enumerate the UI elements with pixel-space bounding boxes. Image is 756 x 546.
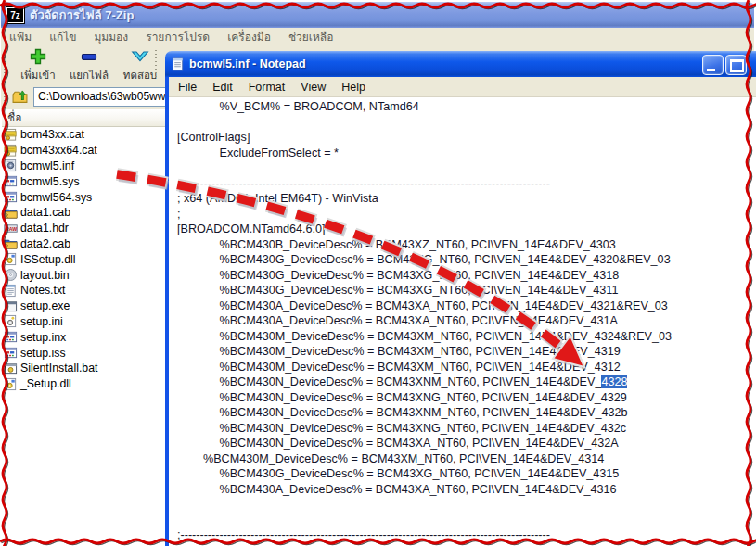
sevenzip-menu-item[interactable]: เครื่องมือ [227,28,271,45]
line-text: ;---------------------------------------… [177,177,550,190]
line-text: %BCM430G_DeviceDesc% = BCM43XG_NT60, PCI… [177,269,619,282]
sevenzip-menubar: แฟ้มแก้ไขมุมมองรายการโปรดเครื่องมือช่วยเ… [1,28,754,45]
folder-up-button[interactable] [8,87,31,107]
notepad-client-area: FileEditFormatViewHelp %V_BCM% = BROADCO… [165,77,756,546]
line-text: ;---------------------------------------… [177,528,550,541]
notepad-menubar: FileEditFormatViewHelp [169,77,756,97]
file-name: SilentInstall.bat [20,362,97,375]
line-text: [ControlFlags] [177,131,250,144]
text-line: %BCM430N_DeviceDesc% = BCM43XA_NT60, PCI… [177,436,756,451]
file-name: bcmwl564.sys [20,191,92,204]
file-type-icon [4,222,18,235]
text-line: ExcludeFromSelect = * [177,146,756,161]
file-name: setup.inx [20,331,66,344]
text-line [177,115,756,131]
line-text: ; x64 (AMD64, Intel EM64T) - WinVista [177,192,378,205]
text-line: %BCM430A_DeviceDesc% = BCM43XA_NT60, PCI… [177,482,756,498]
text-line: %BCM430G_DeviceDesc% = BCM43XG_NT60, PCI… [177,283,756,298]
notepad-titlebar[interactable]: bcmwl5.inf - Notepad [165,51,756,77]
sevenzip-window-title: ตัวจัดการไฟล์ 7-Zip [30,6,134,25]
line-text: %BCM430N_DeviceDesc% = BCM43XNM_NT60, PC… [177,375,601,388]
toolbar-button[interactable]: เพิ่มเข้า [14,46,62,83]
toolbar-grip[interactable] [4,50,6,80]
file-type-icon [4,314,18,328]
file-type-icon [4,268,18,282]
text-line: %BCM430M_DeviceDesc% = BCM43XM_NT60, PCI… [177,344,756,360]
notepad-menu-item[interactable]: Help [341,81,365,94]
line-text: %BCM430N_DeviceDesc% = BCM43XNM_NT60, PC… [177,406,627,419]
notepad-menu-item[interactable]: Format [249,81,286,94]
addressbar-grip[interactable] [4,89,6,105]
sevenzip-titlebar[interactable]: 7z ตัวจัดการไฟล์ 7-Zip [1,2,754,28]
text-line [177,513,756,528]
file-type-icon [4,144,18,158]
address-input[interactable]: C:\Downloads\63wb05ww.ex [33,87,171,107]
text-line: ;---------------------------------------… [177,527,756,543]
sevenzip-menu-item[interactable]: มุมมอง [94,28,128,45]
text-line: %BCM430A_DeviceDesc% = BCM43XA_NT60, PCI… [177,313,756,329]
file-name: setup.ini [20,315,63,328]
line-text: ExcludeFromSelect = * [177,146,339,159]
text-line: ; x86 - WinVista [177,543,756,546]
sevenzip-app-icon: 7z [6,7,24,23]
file-name: data2.cab [20,237,70,250]
toolbar-button-icon [128,47,152,66]
text-line: %BCM430M_DeviceDesc% = BCM43XM_NT60, PCI… [177,360,756,375]
line-text: ; [177,208,181,221]
minimize-button[interactable] [702,55,724,75]
toolbar-grip[interactable] [155,50,157,80]
line-text: %BCM430A_DeviceDesc% = BCM43XA_NT60, PCI… [177,314,618,327]
notepad-menu-item[interactable]: File [178,81,197,94]
notepad-text-area[interactable]: %V_BCM% = BROADCOM, NTamd64[ControlFlags… [169,97,756,546]
text-line: %BCM430M_DeviceDesc% = BCM43XM_NT60, PCI… [177,329,756,345]
text-line: %BCM430A_DeviceDesc% = BCM43XA_NT60, PCI… [177,298,756,314]
text-line: %BCM430B_DeviceDesc% = BCM43XZ_NT60, PCI… [177,237,756,253]
line-text: %BCM430M_DeviceDesc% = BCM43XM_NT60, PCI… [177,452,604,465]
sevenzip-menu-item[interactable]: ช่วยเหลือ [288,28,334,45]
text-line: %BCM430G_DeviceDesc% = BCM43XG_NT60, PCI… [177,252,756,268]
line-text: %BCM430G_DeviceDesc% = BCM43XG_NT60, PCI… [177,253,671,266]
text-line: %BCM430M_DeviceDesc% = BCM43XM_NT60, PCI… [177,451,756,467]
line-text: %BCM430G_DeviceDesc% = BCM43XG_NT60, PCI… [177,467,619,480]
file-name: bcmwl5.inf [20,159,74,172]
text-line: [ControlFlags] [177,130,756,146]
line-text: %BCM430A_DeviceDesc% = BCM43XA_NT60, PCI… [177,483,617,496]
file-name: Notes.txt [20,284,66,297]
text-line [177,497,756,513]
file-type-icon [4,236,18,250]
sevenzip-menu-item[interactable]: แฟ้ม [9,28,32,45]
maximize-button[interactable] [725,55,747,75]
file-type-icon [4,362,18,375]
line-text: %BCM430A_DeviceDesc% = BCM43XA_NT60, PCI… [177,299,668,312]
toolbar-button-label: ทดสอบ [123,67,157,83]
line-text: %BCM430M_DeviceDesc% = BCM43XM_NT60, PCI… [177,345,621,358]
line-text: %BCM430M_DeviceDesc% = BCM43XM_NT60, PCI… [177,330,672,343]
notepad-window: bcmwl5.inf - Notepad FileEditFormatViewH… [165,51,756,546]
toolbar-button-label: เพิ่มเข้า [20,67,55,83]
file-type-icon [4,128,18,142]
text-line: %BCM430N_DeviceDesc% = BCM43XNM_NT60, PC… [177,375,756,390]
text-line: %BCM430G_DeviceDesc% = BCM43XG_NT60, PCI… [177,466,756,482]
text-line: ;---------------------------------------… [177,176,756,192]
file-name: ISSetup.dll [20,253,75,266]
toolbar-button[interactable]: แยกไฟล์ [65,46,113,83]
toolbar-button-label: แยกไฟล์ [70,67,109,83]
text-line: %BCM430N_DeviceDesc% = BCM43XNG_NT60, PC… [177,390,756,406]
file-type-icon [4,284,18,298]
line-text: %BCM430M_DeviceDesc% = BCM43XM_NT60, PCI… [177,361,621,374]
notepad-menu-item[interactable]: View [301,81,326,94]
sevenzip-menu-item[interactable]: แก้ไข [49,28,76,45]
line-text: %BCM430G_DeviceDesc% = BCM43XG_NT60, PCI… [177,284,618,297]
sevenzip-menu-item[interactable]: รายการโปรด [146,28,210,45]
text-line: ; [177,207,756,222]
text-line: %BCM430N_DeviceDesc% = BCM43XNG_NT60, PC… [177,421,756,437]
line-text: %BCM430N_DeviceDesc% = BCM43XNG_NT60, PC… [177,391,627,404]
notepad-menu-item[interactable]: Edit [212,81,233,94]
line-text: %BCM430N_DeviceDesc% = BCM43XA_NT60, PCI… [177,437,619,450]
file-type-icon [4,299,18,313]
toolbar-button-icon [77,47,101,66]
file-type-icon [4,174,18,188]
file-name: bcmwl5.sys [20,175,80,188]
toolbar-button[interactable]: ทดสอบ [116,46,164,83]
line-text: %V_BCM% = BROADCOM, NTamd64 [177,100,419,113]
